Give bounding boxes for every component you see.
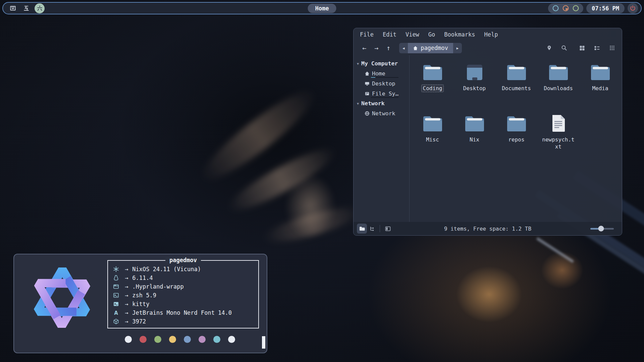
zoom-slider[interactable] <box>590 228 614 230</box>
folder-icon <box>464 114 485 133</box>
file-item-label: Documents <box>500 84 533 92</box>
status-bar: 9 items, Free space: 1.2 TB <box>354 222 622 235</box>
terminal-icon <box>112 301 120 307</box>
breadcrumb-left-chevron[interactable]: ◂ <box>399 43 408 53</box>
tree-view-icon <box>369 226 375 231</box>
back-button[interactable]: ← <box>358 44 370 52</box>
places-icon <box>359 226 365 231</box>
arrow: → <box>125 318 128 325</box>
folder-icon <box>548 63 569 81</box>
file-item-label: Media <box>590 84 610 92</box>
file-item-downloads[interactable]: Downloads <box>537 60 579 111</box>
collapse-triangle-icon: ▾ <box>357 101 359 106</box>
fetch-packages-value: 3972 <box>132 318 146 325</box>
svg-text:A: A <box>114 310 118 316</box>
power-icon <box>630 5 636 11</box>
sidebar-item-network[interactable]: Network <box>354 108 409 118</box>
compact-view-icon[interactable] <box>607 44 617 52</box>
workspace-four-button[interactable] <box>8 3 18 13</box>
places-toggle-button[interactable] <box>357 224 367 234</box>
folder-icon <box>422 63 443 81</box>
file-item-label: Nix <box>468 136 481 143</box>
desktop-folder-icon <box>464 63 485 81</box>
file-item-repos[interactable]: repos <box>495 111 537 162</box>
fetch-row-kernel: → 6.11.4 <box>112 274 258 282</box>
side-pane-toggle-button[interactable] <box>383 224 393 234</box>
green-ring-icon[interactable] <box>572 5 579 12</box>
clock[interactable]: 07:56 PM <box>586 3 625 13</box>
breadcrumb-segment-home[interactable]: pagedmov <box>408 43 453 53</box>
fetch-terminal-value: kitty <box>132 301 149 307</box>
sidebar-item-file-system[interactable]: File Sy… <box>354 88 409 99</box>
file-item-label: repos <box>506 136 526 143</box>
globe-icon <box>365 111 370 116</box>
location-pin-icon[interactable] <box>544 44 554 52</box>
fetch-shell-value: zsh 5.9 <box>132 292 156 299</box>
file-item-misc[interactable]: Misc <box>412 111 453 162</box>
fetch-row-packages: → 3972 <box>112 317 258 326</box>
icon-view-icon[interactable] <box>577 44 587 52</box>
power-button[interactable] <box>628 3 638 13</box>
workspace-five-button[interactable] <box>21 3 31 13</box>
arrow: → <box>125 309 128 316</box>
menu-bookmarks[interactable]: Bookmarks <box>444 31 475 38</box>
file-item-label: Misc <box>424 136 441 143</box>
file-item-nix[interactable]: Nix <box>453 111 495 162</box>
top-bar: Home 07:56 PM <box>2 2 642 14</box>
sidebar-item-label: Home <box>372 70 385 77</box>
selection-underline <box>371 97 398 98</box>
palette-dot <box>154 336 161 343</box>
cjk-six-icon <box>37 5 43 11</box>
side-pane-icon <box>385 226 391 231</box>
cjk-five-icon <box>23 5 30 11</box>
file-item-media[interactable]: Media <box>579 60 621 111</box>
menu-edit[interactable]: Edit <box>383 31 396 38</box>
fetch-row-shell: → zsh 5.9 <box>112 291 258 300</box>
workspace-indicators <box>3 3 45 13</box>
sidebar-item-home[interactable]: Home <box>354 68 409 78</box>
cjk-four-icon <box>10 5 16 11</box>
palette-dot <box>199 336 206 343</box>
packages-icon <box>112 318 120 324</box>
fetch-row-terminal: → kitty <box>112 300 258 308</box>
fetch-hostname: pagedmov <box>165 257 201 263</box>
terminal-color-palette <box>125 336 235 343</box>
file-item-desktop[interactable]: Desktop <box>453 60 495 111</box>
tux-kernel-icon <box>112 275 120 281</box>
status-text: 9 items, Free space: 1.2 TB <box>444 226 531 232</box>
menu-file[interactable]: File <box>360 31 374 38</box>
file-item-documents[interactable]: Documents <box>495 60 537 111</box>
folder-view: Coding Desktop Documents <box>410 55 622 222</box>
forward-button[interactable]: → <box>370 44 382 52</box>
system-tray <box>548 3 583 13</box>
text-file-icon <box>551 114 566 133</box>
tree-toggle-button[interactable] <box>367 224 377 234</box>
terminal-cursor <box>262 336 265 349</box>
menu-view[interactable]: View <box>406 31 419 38</box>
fetch-kernel-value: 6.11.4 <box>132 275 153 281</box>
bar-right-group: 07:56 PM <box>548 3 641 13</box>
arrow: → <box>125 292 128 299</box>
breadcrumb-right-chevron[interactable]: ▸ <box>453 43 462 53</box>
sidebar-section-network[interactable]: ▾ Network <box>354 99 409 108</box>
list-view-icon[interactable] <box>592 44 602 52</box>
file-item-newpsych-txt[interactable]: newpsych.txt <box>537 111 579 162</box>
blue-ring-icon[interactable] <box>552 5 559 12</box>
workspace-six-button[interactable] <box>35 3 45 13</box>
zoom-slider-knob[interactable] <box>598 226 604 232</box>
toolbar: ← → ↑ ◂ pagedmov ▸ <box>354 41 622 55</box>
search-icon[interactable] <box>559 44 569 52</box>
breadcrumb-label: pagedmov <box>421 45 448 51</box>
orange-pie-icon[interactable] <box>562 5 569 12</box>
sidebar-section-my-computer[interactable]: ▾ My Computer <box>354 59 409 68</box>
menu-go[interactable]: Go <box>428 31 435 38</box>
home-icon <box>413 46 418 51</box>
menu-bar: File Edit View Go Bookmarks Help <box>354 28 622 41</box>
up-button[interactable]: ↑ <box>382 44 394 52</box>
collapse-triangle-icon: ▾ <box>357 61 359 66</box>
fetch-row-font: A → JetBrains Mono Nerd Font 14.0 <box>112 308 258 317</box>
file-item-label: Coding <box>421 84 444 92</box>
file-item-coding[interactable]: Coding <box>412 60 453 111</box>
sidebar-item-desktop[interactable]: Desktop <box>354 78 409 88</box>
menu-help[interactable]: Help <box>484 31 498 38</box>
